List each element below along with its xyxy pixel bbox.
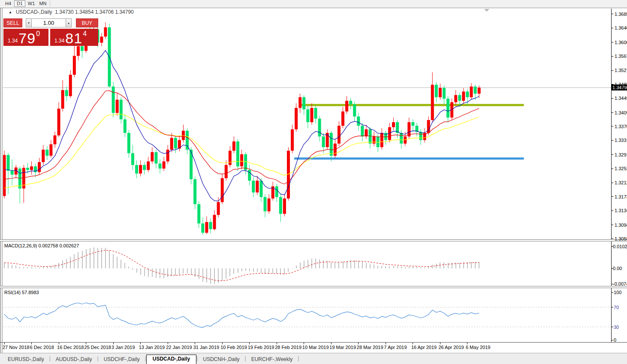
- price-axis-label: 1.36060: [615, 40, 627, 45]
- pane-splitter-rsi[interactable]: [0, 286, 627, 288]
- time-axis-label: 31 Jan 2019: [193, 345, 220, 350]
- price-axis-label: 1.31340: [615, 208, 627, 214]
- price-axis-label: 1.30550: [615, 236, 627, 242]
- price-axis-label: 1.34090: [615, 110, 627, 116]
- sell-price-sup: 0: [36, 30, 40, 38]
- buy-price-prefix: 1.34: [54, 38, 64, 44]
- time-axis-label: 10 Feb 2019: [220, 345, 247, 350]
- time-axis-label: 16 Dec 2018: [57, 345, 84, 350]
- price-axis-label: 1.35270: [615, 68, 627, 73]
- rsi-axis-label: 100: [614, 290, 621, 295]
- one-click-trade-panel: SELL ▼ ▲ BUY 1.34 79 0 1.34 81 4: [3, 18, 98, 46]
- chart-title: ▲USDCAD-,Daily 1.34730 1.34854 1.34706 1…: [9, 9, 134, 15]
- volume-decrease-button[interactable]: ▼: [26, 18, 32, 27]
- price-axis-label: 1.33310: [615, 138, 627, 143]
- chart-title-symbol: USDCAD-,Daily: [16, 9, 52, 15]
- time-axis-label: 19 Mar 2019: [329, 345, 356, 350]
- pane-splitter-macd[interactable]: [0, 239, 627, 241]
- rsi-axis-label: 0: [614, 337, 616, 343]
- chart-tab-bar: EURUSD-,Daily|AUDUSD-,Daily|USDCHF-,Dail…: [0, 353, 627, 364]
- macd-axis-label: -0.007477: [613, 281, 627, 287]
- sell-button[interactable]: SELL: [3, 18, 22, 27]
- price-axis-label: 1.35670: [615, 54, 627, 59]
- buy-price-big: 81: [65, 30, 82, 46]
- time-axis-label: 25 Dec 2018: [84, 345, 111, 350]
- terminal-window: H4D1W1MN ▲USDCAD-,Daily 1.34730 1.34854 …: [0, 0, 627, 364]
- macd-axis-label: 0.010229: [613, 244, 627, 250]
- axes: [4, 9, 613, 344]
- time-axis-label: 6 May 2019: [466, 345, 490, 350]
- time-axis-label: 26 Apr 2019: [438, 345, 464, 350]
- buy-price-sup: 4: [83, 30, 87, 38]
- sell-price-prefix: 1.34: [8, 38, 18, 44]
- time-axis-label: 22 Jan 2019: [166, 345, 192, 350]
- price-axis-label: 1.32520: [615, 166, 627, 171]
- price-axis-label: 1.34880: [615, 82, 627, 87]
- volume-input[interactable]: [32, 18, 66, 27]
- time-axis-label: 3 Jan 2019: [112, 345, 135, 350]
- chart-shift-marker-icon: [484, 9, 489, 12]
- time-axis-label: 13 Jan 2019: [139, 345, 165, 350]
- time-axis-label: 28 Mar 2019: [357, 345, 383, 350]
- panel-gap: [72, 18, 76, 27]
- macd-axis-label: 0.00: [613, 266, 627, 271]
- time-axis-label: 10 Mar 2019: [302, 345, 329, 350]
- chart-tab-usdcad[interactable]: USDCAD-,Daily: [146, 355, 196, 364]
- time-axis-label: 7 Apr 2019: [384, 345, 407, 350]
- price-axis-label: 1.30940: [615, 223, 627, 228]
- price-axis-label: 1.32910: [615, 152, 627, 158]
- rsi-axis-label: 30: [614, 325, 619, 330]
- panel-gap: [22, 18, 26, 27]
- price-axis-label: 1.33700: [615, 124, 627, 129]
- chart-tab-eurchf[interactable]: EURCHF-,Weekly: [246, 355, 298, 364]
- price-axis-label: 1.31730: [615, 194, 627, 200]
- chart-title-ohlc: 1.34730 1.34854 1.34706 1.34790: [55, 9, 134, 15]
- time-axis-label: 16 Apr 2019: [411, 345, 437, 350]
- chart-tab-eurusd[interactable]: EURUSD-,Daily: [3, 355, 49, 364]
- time-axis-label: 19 Feb 2019: [248, 345, 274, 350]
- buy-price-box[interactable]: 1.34 81 4: [50, 29, 98, 46]
- price-axis-label: 1.32120: [615, 180, 627, 186]
- chart-tab-usdchf[interactable]: USDCHF-,Daily: [99, 355, 145, 364]
- price-axis-label: 1.34490: [615, 96, 627, 101]
- macd-pane: [4, 247, 479, 284]
- volume-increase-button[interactable]: ▲: [66, 18, 72, 27]
- rsi-pane: [3, 303, 611, 328]
- main-pane: [3, 87, 611, 159]
- price-axis-label: 1.36460: [615, 25, 627, 31]
- time-axis-label: 27 Nov 2018: [3, 345, 29, 350]
- time-axis-label: 28 Feb 2019: [275, 345, 301, 350]
- buy-button[interactable]: BUY: [76, 18, 98, 27]
- candles: [3, 22, 481, 235]
- collapse-panel-arrow-icon[interactable]: ▲: [9, 10, 12, 14]
- time-axis-separator: [0, 342, 627, 343]
- tab-separator: |: [298, 355, 299, 361]
- rsi-axis-label: 70: [614, 305, 619, 310]
- sell-price-big: 79: [18, 30, 36, 46]
- chart-tab-usdcnh[interactable]: USDCNH-,Daily: [198, 355, 244, 364]
- macd-indicator-label: MACD(12,26,9) 0.002758 0.002627: [4, 243, 79, 248]
- time-axis-label: 6 Dec 2018: [30, 345, 54, 350]
- price-axis-label: 1.36850: [615, 12, 627, 17]
- sell-price-box[interactable]: 1.34 79 0: [3, 29, 48, 46]
- chart-plot-area[interactable]: [0, 0, 627, 364]
- chart-tab-audusd[interactable]: AUDUSD-,Daily: [51, 355, 97, 364]
- rsi-indicator-label: RSI(14) 57.8983: [4, 290, 39, 295]
